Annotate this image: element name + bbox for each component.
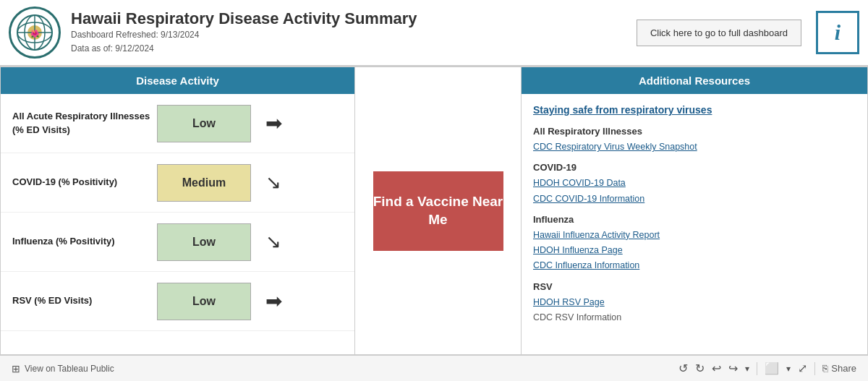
dashboard-button-wrap[interactable]: Click here to go to full dashboard <box>637 20 801 46</box>
header-title-block: Hawaii Respiratory Disease Activity Summ… <box>71 9 637 56</box>
disease-panel-header: Disease Activity <box>1 67 354 94</box>
section-title-covid: COVID-19 <box>533 162 856 173</box>
cdc-respiratory-link[interactable]: CDC Respiratory Virus Weekly Snapshot <box>533 140 856 155</box>
resources-panel: Additional Resources Staying safe from r… <box>521 67 868 355</box>
arrow-icon-ari: ➡ <box>265 111 282 135</box>
hawaii-logo: 🌺 <box>9 7 61 59</box>
disease-label-ari: All Acute Respiratory Illnesses (% ED Vi… <box>12 110 157 136</box>
redo-icon[interactable]: ↻ <box>695 361 705 375</box>
table-row: COVID-19 (% Positivity) Medium ↘ <box>1 153 354 213</box>
staying-safe-link[interactable]: Staying safe from respiratory viruses <box>533 104 856 116</box>
tableau-icon: ⊞ <box>12 363 20 374</box>
header: 🌺 Hawaii Respiratory Disease Activity Su… <box>0 0 868 67</box>
hdoh-influenza-link[interactable]: HDOH Influenza Page <box>533 243 856 258</box>
level-badge-ari: Low <box>157 105 251 142</box>
disease-label-covid: COVID-19 (% Positivity) <box>12 176 157 189</box>
svg-text:🌺: 🌺 <box>30 29 40 38</box>
page-title: Hawaii Respiratory Disease Activity Summ… <box>71 9 637 28</box>
resources-content: Staying safe from respiratory viruses Al… <box>522 94 867 335</box>
table-row: All Acute Respiratory Illnesses (% ED Vi… <box>1 94 354 153</box>
share-icon: ⎘ <box>822 363 828 374</box>
disease-label-influenza: Influenza (% Positivity) <box>12 235 157 248</box>
dashboard-button[interactable]: Click here to go to full dashboard <box>637 20 801 46</box>
fullscreen-icon[interactable]: ⤢ <box>798 361 807 375</box>
tableau-public-link[interactable]: ⊞ View on Tableau Public <box>12 363 114 374</box>
cdc-influenza-link[interactable]: CDC Influenza Information <box>533 258 856 273</box>
level-badge-covid: Medium <box>157 164 251 202</box>
footer-controls: ↺ ↻ ↩ ↪ ▾ ⬜ ▾ ⤢ ⎘ Share <box>678 361 856 375</box>
divider <box>757 362 757 375</box>
table-row: Influenza (% Positivity) Low ↘ <box>1 213 354 272</box>
level-badge-rsv: Low <box>157 283 251 320</box>
divider2 <box>814 362 815 375</box>
vaccine-button[interactable]: Find a Vaccine Near Me <box>373 171 503 251</box>
revert-icon[interactable]: ↩ <box>712 361 721 375</box>
arrow-icon-covid: ↘ <box>265 171 281 194</box>
disease-label-rsv: RSV (% ED Visits) <box>12 294 157 307</box>
hawaii-influenza-link[interactable]: Hawaii Influenza Activity Report <box>533 228 856 243</box>
vaccine-panel: Find a Vaccine Near Me <box>354 67 521 355</box>
hdoh-rsv-link[interactable]: HDOH RSV Page <box>533 295 856 310</box>
forward-icon[interactable]: ↪ <box>728 361 738 375</box>
chevron-down-icon[interactable]: ▾ <box>745 364 749 374</box>
cdc-covid-link[interactable]: CDC COVID-19 Information <box>533 192 856 207</box>
refresh-date: Dashboard Refreshed: 9/13/2024 <box>71 28 637 42</box>
share-button[interactable]: ⎘ Share <box>822 363 856 374</box>
footer: ⊞ View on Tableau Public ↺ ↻ ↩ ↪ ▾ ⬜ ▾ ⤢… <box>0 355 868 381</box>
data-date: Data as of: 9/12/2024 <box>71 42 637 56</box>
level-badge-influenza: Low <box>157 223 251 261</box>
info-icon-box[interactable]: i <box>816 11 859 54</box>
device-icon[interactable]: ⬜ <box>765 361 779 375</box>
disease-panel: Disease Activity All Acute Respiratory I… <box>0 67 354 355</box>
undo-icon[interactable]: ↺ <box>678 361 688 375</box>
tableau-label: View on Tableau Public <box>25 364 114 374</box>
hdoh-covid-link[interactable]: HDOH COVID-19 Data <box>533 176 856 191</box>
section-title-rsv: RSV <box>533 281 856 292</box>
resources-panel-header: Additional Resources <box>522 67 867 94</box>
section-title-ari: All Respiratory Illnesses <box>533 126 856 137</box>
arrow-icon-rsv: ➡ <box>265 289 282 313</box>
main-content: Disease Activity All Acute Respiratory I… <box>0 67 868 355</box>
logo-svg: 🌺 <box>16 14 54 51</box>
chevron-down-icon2[interactable]: ▾ <box>786 364 791 374</box>
arrow-icon-influenza: ↘ <box>265 231 281 253</box>
table-row: RSV (% ED Visits) Low ➡ <box>1 272 354 331</box>
cdc-rsv-text: CDC RSV Information <box>533 310 856 325</box>
section-title-influenza: Influenza <box>533 214 856 225</box>
share-label: Share <box>831 363 856 374</box>
info-icon: i <box>835 20 841 45</box>
